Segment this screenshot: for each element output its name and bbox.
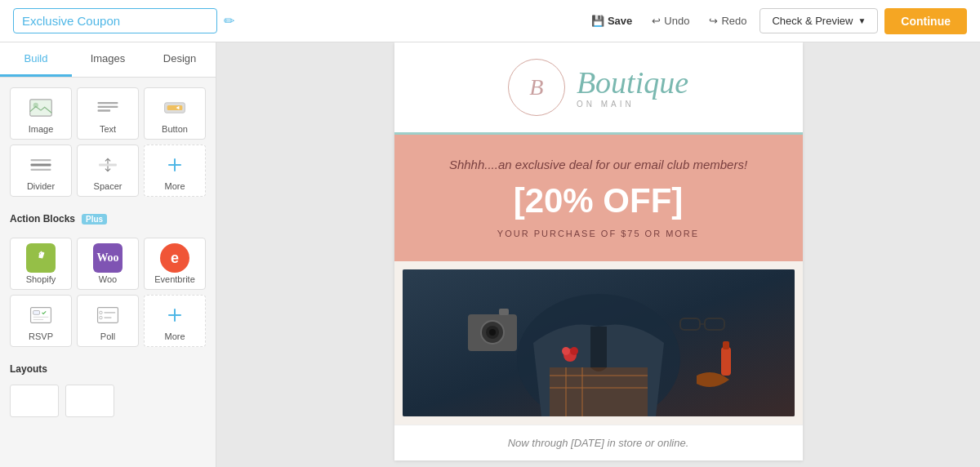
continue-label: Continue	[901, 15, 951, 28]
block-poll[interactable]: Poll	[77, 295, 139, 347]
svg-rect-3	[98, 106, 118, 108]
boutique-logo: B Boutique ON MAIN	[411, 59, 786, 116]
svg-rect-15	[98, 308, 118, 323]
svg-rect-8	[31, 163, 51, 166]
block-woo[interactable]: Woo Woo	[77, 238, 139, 290]
svg-rect-13	[31, 308, 51, 323]
tab-design[interactable]: Design	[144, 42, 216, 77]
email-coupon-section: Shhhh....an exclusive deal for our email…	[394, 135, 803, 261]
svg-rect-4	[98, 109, 111, 111]
svg-rect-38	[499, 309, 509, 315]
layouts-header: Layouts	[0, 357, 216, 378]
layouts-row	[0, 378, 216, 424]
svg-rect-40	[723, 341, 729, 349]
more-block-icon	[160, 153, 189, 176]
button-block-icon	[160, 96, 189, 119]
action-blocks-grid: Shopify Woo Woo e Eventbrite	[0, 228, 216, 357]
boutique-text-block: Boutique ON MAIN	[577, 67, 688, 109]
svg-rect-9	[31, 169, 51, 171]
svg-rect-0	[30, 100, 51, 116]
undo-icon: ↩	[652, 15, 661, 27]
block-more[interactable]: More	[144, 145, 206, 197]
block-shopify-label: Shopify	[26, 274, 56, 284]
coupon-tagline: Shhhh....an exclusive deal for our email…	[411, 158, 786, 171]
block-divider[interactable]: Divider	[10, 145, 72, 197]
product-svg	[403, 269, 795, 416]
check-preview-dropdown-arrow: ▼	[858, 16, 866, 25]
block-rsvp-label: RSVP	[29, 331, 53, 341]
continue-button[interactable]: Continue	[884, 8, 967, 34]
boutique-name: Boutique	[577, 67, 688, 98]
block-action-more[interactable]: More	[144, 295, 206, 347]
rsvp-block-icon	[26, 304, 56, 327]
edit-title-icon[interactable]: ✏	[224, 13, 234, 29]
svg-rect-19	[104, 317, 111, 318]
svg-rect-18	[104, 312, 115, 314]
block-text[interactable]: Text	[77, 87, 139, 140]
product-image-placeholder	[403, 269, 795, 416]
svg-point-29	[562, 347, 570, 355]
divider-block-icon	[26, 153, 56, 176]
block-more-label: More	[164, 181, 185, 191]
action-more-block-icon	[160, 304, 189, 327]
eventbrite-block-icon: e	[160, 247, 189, 269]
image-block-icon	[26, 96, 56, 119]
layouts-title: Layouts	[10, 363, 47, 375]
topbar: ✏ 💾 Save ↩ Undo ↪ Redo Check & Preview ▼…	[0, 0, 980, 42]
svg-rect-32	[705, 318, 724, 330]
email-product-image	[394, 261, 803, 425]
redo-button[interactable]: ↪ Redo	[702, 10, 753, 32]
redo-icon: ↪	[709, 15, 718, 27]
boutique-sub: ON MAIN	[577, 100, 688, 109]
check-preview-label: Check & Preview	[772, 15, 853, 27]
block-spacer-label: Spacer	[94, 181, 122, 191]
block-button[interactable]: Button	[144, 87, 206, 140]
block-poll-label: Poll	[100, 331, 115, 341]
tab-images[interactable]: Images	[72, 42, 144, 77]
coupon-desc: YOUR PURCHASE OF $75 OR MORE	[411, 229, 786, 238]
block-eventbrite-label: Eventbrite	[154, 274, 195, 284]
redo-label: Redo	[721, 15, 746, 27]
block-action-more-label: More	[164, 331, 185, 341]
block-spacer[interactable]: Spacer	[77, 145, 139, 197]
undo-button[interactable]: ↩ Undo	[645, 10, 696, 32]
shopify-block-icon	[26, 247, 56, 269]
sidebar: Build Images Design Image	[0, 42, 216, 467]
spacer-block-icon	[93, 153, 122, 176]
topbar-right: 💾 Save ↩ Undo ↪ Redo Check & Preview ▼ C…	[585, 8, 967, 34]
layout-thumb-1[interactable]	[10, 385, 59, 417]
save-button[interactable]: 💾 Save	[585, 10, 639, 32]
block-image-label: Image	[29, 124, 54, 134]
save-label: Save	[608, 15, 632, 27]
svg-rect-10	[99, 163, 117, 166]
action-blocks-header: Action Blocks Plus	[0, 207, 216, 228]
svg-point-30	[570, 347, 578, 355]
block-shopify[interactable]: Shopify	[10, 238, 72, 290]
tab-build[interactable]: Build	[0, 42, 72, 77]
campaign-title-input[interactable]	[13, 8, 217, 33]
block-divider-label: Divider	[27, 181, 55, 191]
block-rsvp[interactable]: RSVP	[10, 295, 72, 347]
svg-rect-39	[721, 347, 731, 376]
svg-rect-7	[31, 159, 51, 161]
logo-circle: B	[508, 59, 565, 116]
block-eventbrite[interactable]: e Eventbrite	[144, 238, 206, 290]
main-layout: Build Images Design Image	[0, 42, 980, 467]
text-block-icon	[93, 96, 122, 119]
svg-point-37	[489, 329, 496, 336]
poll-block-icon	[93, 304, 122, 327]
woo-block-icon: Woo	[93, 247, 122, 269]
email-footer-text: Now through [DATE] in store or online.	[508, 437, 689, 449]
undo-label: Undo	[664, 15, 689, 27]
block-image[interactable]: Image	[10, 87, 72, 140]
check-preview-button[interactable]: Check & Preview ▼	[760, 8, 878, 33]
coupon-amount: [20% OFF]	[411, 181, 786, 220]
block-text-label: Text	[100, 124, 116, 134]
email-header: B Boutique ON MAIN	[394, 42, 803, 135]
svg-rect-31	[680, 318, 700, 330]
svg-rect-6	[167, 105, 183, 110]
svg-rect-14	[33, 311, 40, 315]
layout-thumb-2[interactable]	[65, 385, 114, 417]
email-preview-area: B Boutique ON MAIN Shhhh....an exclusive…	[216, 42, 980, 467]
logo-letter: B	[529, 74, 543, 100]
